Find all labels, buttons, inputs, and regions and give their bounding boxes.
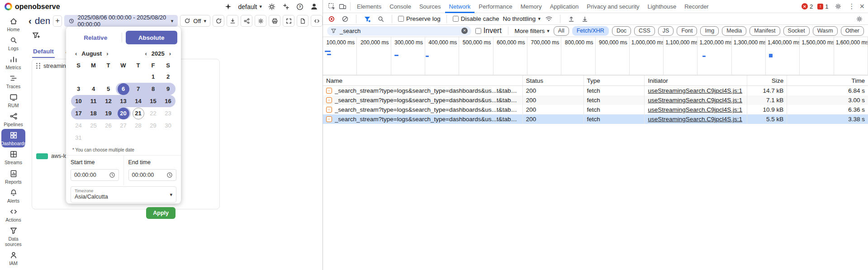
column-header-name[interactable]: Name — [323, 76, 523, 85]
devtools-tab-sources[interactable]: Sources — [415, 0, 445, 13]
calendar-day[interactable]: 6 — [116, 83, 131, 95]
request-name-cell[interactable]: ··_search_stream?type=logs&search_type=d… — [323, 86, 523, 95]
apply-button[interactable]: Apply — [146, 207, 175, 219]
devtools-settings-icon[interactable] — [833, 1, 844, 12]
initiator-link[interactable]: useStreamingSearch.C9jpcl4S.js:1 — [648, 106, 742, 113]
preserve-log-input[interactable] — [398, 16, 404, 22]
request-name-cell[interactable]: ··_search_stream?type=logs&search_type=d… — [323, 105, 523, 114]
help-icon[interactable]: ? — [296, 3, 304, 11]
back-button[interactable]: ‹ — [28, 16, 33, 26]
calendar-day[interactable]: 7 — [131, 83, 146, 95]
filter-pill-media[interactable]: Media — [722, 26, 746, 36]
calendar-day[interactable]: 22 — [146, 107, 161, 119]
invert-input[interactable] — [475, 28, 481, 34]
close-devtools-icon[interactable]: × — [859, 2, 864, 11]
column-header-status[interactable]: Status — [523, 76, 584, 85]
download-button[interactable] — [227, 15, 238, 27]
gear-button[interactable] — [255, 15, 266, 27]
calendar-day[interactable]: 9 — [161, 83, 175, 95]
clear-filter-icon[interactable]: × — [461, 28, 468, 34]
share-button[interactable] — [241, 15, 252, 27]
timezone-select[interactable]: Timezone Asia/Calcutta ▾ — [71, 186, 176, 203]
filter-pill-all[interactable]: All — [554, 26, 569, 36]
code-button[interactable] — [311, 15, 323, 27]
calendar-day[interactable]: 25 — [86, 119, 101, 132]
more-filters-dropdown[interactable]: More filters ▾ — [515, 28, 550, 34]
calendar-day[interactable]: 29 — [146, 119, 161, 132]
prev-month-icon[interactable]: ‹ — [75, 50, 77, 57]
invert-checkbox[interactable]: Invert — [475, 27, 502, 35]
calendar-day[interactable]: 1 — [146, 71, 161, 83]
preserve-log-checkbox[interactable]: Preserve log — [398, 15, 441, 22]
more-options-icon[interactable]: ⋮ — [848, 2, 855, 10]
theme-toggle-icon[interactable] — [268, 3, 276, 11]
next-year-icon[interactable]: › — [169, 50, 171, 57]
filter-input[interactable]: _search × — [327, 26, 471, 36]
calendar-day[interactable]: 12 — [101, 95, 116, 107]
network-settings-icon[interactable] — [854, 14, 864, 24]
filter-pill-css[interactable]: CSS — [634, 26, 655, 36]
initiator-link[interactable]: useStreamingSearch.C9jpcl4S.js:1 — [648, 87, 742, 94]
request-name-cell[interactable]: ··_search_stream?type=logs&search_type=d… — [323, 95, 523, 105]
devtools-tab-privacy-and-security[interactable]: Privacy and security — [583, 0, 643, 13]
tab-relative[interactable]: Relative — [70, 34, 122, 41]
table-row[interactable]: ··_search_stream?type=logs&search_type=d… — [323, 114, 868, 124]
calendar-day[interactable]: 14 — [131, 95, 146, 107]
sidebar-item-traces[interactable]: Traces — [1, 72, 25, 90]
disable-cache-input[interactable] — [453, 16, 459, 22]
tab-absolute[interactable]: Absolute — [126, 31, 178, 44]
calendar-day[interactable]: 20 — [116, 107, 131, 119]
calendar-day[interactable]: 10 — [71, 95, 86, 107]
table-row[interactable]: ··_search_stream?type=logs&search_type=d… — [323, 105, 868, 114]
export-har-icon[interactable] — [580, 14, 590, 24]
calendar-day[interactable]: 18 — [86, 107, 101, 119]
calendar-day[interactable]: 21 — [131, 107, 146, 119]
calendar-day[interactable]: 17 — [71, 107, 86, 119]
initiator-link[interactable]: useStreamingSearch.C9jpcl4S.js:1 — [648, 116, 742, 123]
clear-icon[interactable] — [340, 14, 350, 24]
column-header-initiator[interactable]: Initiator — [645, 76, 747, 85]
search-icon[interactable] — [376, 14, 386, 24]
filter-pill-socket[interactable]: Socket — [783, 26, 810, 36]
network-conditions-icon[interactable] — [544, 14, 554, 24]
user-avatar-icon[interactable] — [310, 3, 318, 11]
inspect-element-icon[interactable] — [326, 1, 337, 12]
error-badge[interactable]: ✕ 2 — [802, 3, 813, 10]
calendar-day[interactable]: 5 — [101, 83, 116, 95]
add-tab-button[interactable]: + — [53, 15, 62, 27]
filter-pill-wasm[interactable]: Wasm — [813, 26, 838, 36]
column-header-type[interactable]: Type — [584, 76, 645, 85]
prev-year-icon[interactable]: ‹ — [145, 50, 147, 57]
calendar-day[interactable]: 4 — [86, 83, 101, 95]
filter-pill-manifest[interactable]: Manifest — [749, 26, 780, 36]
sidebar-item-pipelines[interactable]: Pipelines — [1, 110, 25, 128]
devtools-tab-recorder[interactable]: Recorder — [680, 0, 712, 13]
calendar-day[interactable]: 16 — [161, 95, 175, 107]
calendar-day[interactable]: 19 — [101, 107, 116, 119]
table-row[interactable]: ··_search_stream?type=logs&search_type=d… — [323, 86, 868, 95]
devtools-tab-memory[interactable]: Memory — [517, 0, 546, 13]
column-header-size[interactable]: Size — [747, 76, 787, 85]
disable-cache-checkbox[interactable]: Disable cache — [453, 15, 499, 22]
throttling-dropdown[interactable]: No throttling ▾ — [503, 15, 541, 22]
calendar-day[interactable]: 8 — [146, 83, 161, 95]
import-har-icon[interactable] — [566, 14, 576, 24]
devtools-tab-lighthouse[interactable]: Lighthouse — [644, 0, 681, 13]
next-month-icon[interactable]: › — [106, 50, 108, 57]
sidebar-item-actions[interactable]: Actions — [1, 205, 25, 224]
drag-handle-icon[interactable] — [36, 63, 41, 69]
calendar-day[interactable]: 23 — [161, 107, 175, 119]
devtools-tab-console[interactable]: Console — [385, 0, 415, 13]
devtools-tab-elements[interactable]: Elements — [353, 0, 385, 13]
fullscreen-button[interactable] — [283, 15, 294, 27]
filter-pill-js[interactable]: JS — [658, 26, 674, 36]
tab-default[interactable]: Default — [32, 47, 55, 58]
sidebar-item-metrics[interactable]: Metrics — [1, 53, 25, 71]
calendar-day[interactable]: 11 — [86, 95, 101, 107]
sidebar-item-reports[interactable]: Reports — [1, 167, 25, 186]
calendar-day[interactable]: 24 — [71, 119, 86, 132]
calendar-day[interactable]: 31 — [71, 132, 86, 144]
filter-pill-font[interactable]: Font — [677, 26, 697, 36]
sidebar-item-datasources[interactable]: Data sources — [1, 224, 25, 248]
initiator-link[interactable]: useStreamingSearch.C9jpcl4S.js:1 — [648, 97, 742, 104]
